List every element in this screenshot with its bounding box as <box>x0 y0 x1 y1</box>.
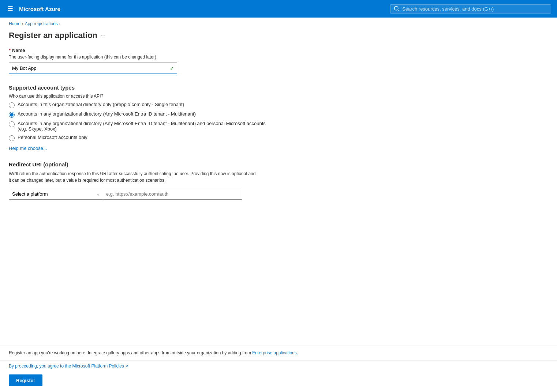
register-button[interactable]: Register <box>9 374 42 386</box>
main-content: * Name The user-facing display name for … <box>0 48 278 200</box>
breadcrumb-sep1: › <box>22 22 23 26</box>
redirect-heading: Redirect URI (optional) <box>9 161 269 167</box>
radio-item-3[interactable]: Accounts in any organizational directory… <box>9 121 269 132</box>
topbar: ☰ Microsoft Azure <box>0 0 557 18</box>
page-title: Register an application <box>9 31 97 40</box>
platform-select[interactable]: Select a platform Web Single-page applic… <box>9 188 103 200</box>
radio-multitenant-personal[interactable] <box>9 121 15 127</box>
breadcrumb: Home › App registrations › <box>0 18 557 28</box>
radio-item-2[interactable]: Accounts in any organizational directory… <box>9 111 269 118</box>
search-bar[interactable] <box>390 4 551 14</box>
redirect-description: We'll return the authentication response… <box>9 170 258 184</box>
external-link-icon: ↗ <box>125 364 128 368</box>
name-input-wrapper: ✓ <box>9 63 177 74</box>
page-header: Register an application ··· <box>0 28 557 48</box>
help-choose-link[interactable]: Help me choose... <box>9 146 47 151</box>
radio-label-3: Accounts in any organizational directory… <box>18 121 269 132</box>
radio-item-4[interactable]: Personal Microsoft accounts only <box>9 135 269 141</box>
breadcrumb-home[interactable]: Home <box>9 21 20 26</box>
redirect-section: Redirect URI (optional) We'll return the… <box>9 161 269 200</box>
checkmark-icon: ✓ <box>170 65 174 71</box>
policies-link[interactable]: By proceeding, you agree to the Microsof… <box>9 363 128 369</box>
breadcrumb-sep2: › <box>59 22 61 26</box>
bottom-area: Register an app you're working on here. … <box>0 346 557 392</box>
more-options-icon[interactable]: ··· <box>100 32 106 39</box>
enterprise-applications-link[interactable]: Enterprise applications. <box>252 350 298 355</box>
hamburger-icon[interactable]: ☰ <box>6 3 15 14</box>
app-title: Microsoft Azure <box>19 6 60 12</box>
redirect-uri-input[interactable] <box>103 188 242 200</box>
radio-label-2: Accounts in any organizational directory… <box>18 111 196 117</box>
bottom-info: Register an app you're working on here. … <box>0 346 557 360</box>
radio-label-1: Accounts in this organizational director… <box>18 102 184 107</box>
radio-label-4: Personal Microsoft accounts only <box>18 135 87 140</box>
account-types-section: Supported account types Who can use this… <box>9 84 269 151</box>
redirect-row: Select a platform Web Single-page applic… <box>9 188 269 200</box>
account-types-question: Who can use this application or access t… <box>9 94 269 99</box>
name-label: * Name <box>9 48 269 53</box>
radio-multitenant[interactable] <box>9 112 15 118</box>
search-input[interactable] <box>402 6 547 12</box>
radio-group: Accounts in this organizational director… <box>9 102 269 141</box>
search-icon <box>394 6 399 11</box>
account-types-heading: Supported account types <box>9 84 269 91</box>
breadcrumb-app-registrations[interactable]: App registrations <box>25 21 58 26</box>
bottom-info-text: Register an app you're working on here. … <box>9 350 252 355</box>
radio-personal-only[interactable] <box>9 135 15 141</box>
name-description: The user-facing display name for this ap… <box>9 54 269 60</box>
name-input[interactable] <box>9 63 177 74</box>
required-star: * <box>9 48 11 53</box>
radio-item-1[interactable]: Accounts in this organizational director… <box>9 102 269 108</box>
policies-text: By proceeding, you agree to the Microsof… <box>9 363 124 369</box>
platform-dropdown-wrapper[interactable]: Select a platform Web Single-page applic… <box>9 188 103 200</box>
radio-single-tenant[interactable] <box>9 102 15 108</box>
name-section: * Name The user-facing display name for … <box>9 48 269 74</box>
bottom-policies: By proceeding, you agree to the Microsof… <box>0 360 557 372</box>
